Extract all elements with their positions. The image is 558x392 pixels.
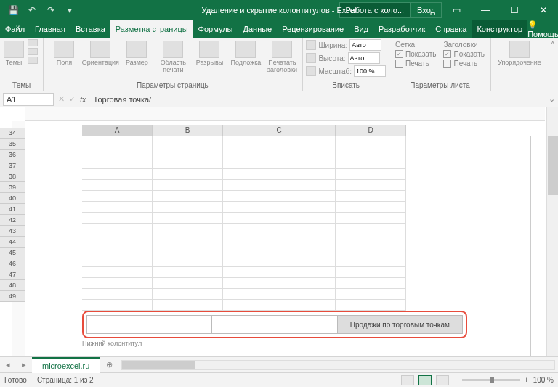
row-header[interactable]: 41 [0,204,25,215]
footer-left[interactable] [87,316,212,333]
cancel-icon[interactable]: ✕ [58,94,65,104]
column-header[interactable]: C [223,125,336,136]
row-header[interactable]: 42 [0,215,25,226]
row-header[interactable]: 37 [0,160,25,171]
orientation-button[interactable]: Ориентация [83,39,118,68]
row-header[interactable]: 40 [0,193,25,204]
zoom-in-icon[interactable]: + [525,376,529,384]
maximize-icon[interactable]: ☐ [500,0,529,20]
footer-right[interactable]: Продажи по торговым точкам [338,316,462,333]
tab-insert[interactable]: Вставка [70,20,110,38]
sheet-tab[interactable]: microexcel.ru [32,357,100,373]
fonts-icon[interactable] [28,48,38,55]
tab-data[interactable]: Данные [238,20,277,38]
row-header[interactable]: 46 [0,258,25,269]
undo-icon[interactable]: ↶ [25,3,39,17]
enter-icon[interactable]: ✓ [69,94,76,104]
tab-layout[interactable]: Разметка страницы [110,20,193,38]
column-header[interactable]: D [336,125,406,136]
row-headers: 34353637383940414243444546474849 [0,128,25,302]
save-icon[interactable]: 💾 [6,3,20,17]
expand-formula-icon[interactable]: ⌄ [549,94,555,104]
tab-file[interactable]: Файл [0,20,30,38]
tab-design[interactable]: Конструктор [472,20,527,38]
view-pagebreak-icon[interactable] [436,375,449,385]
sheet-nav-next-icon[interactable]: ▸ [16,360,32,369]
status-page: Страница: 1 из 2 [37,376,94,384]
collapse-ribbon-icon[interactable]: ˄ [548,38,558,91]
close-icon[interactable]: ✕ [529,0,558,20]
redo-icon[interactable]: ↷ [44,3,58,17]
scale-icon [306,66,316,76]
column-headers: ABCD [82,125,406,136]
row-header[interactable]: 48 [0,280,25,291]
zoom-out-icon[interactable]: − [453,376,458,384]
themes-button[interactable]: Темы [3,39,25,68]
row-header[interactable]: 43 [0,226,25,237]
grid-print-check[interactable]: Печать [395,60,437,68]
formula-input[interactable]: Торговая точка/ [91,95,544,104]
row-header[interactable]: 47 [0,269,25,280]
breaks-button[interactable]: Разрывы [192,39,227,68]
footer-area: Продажи по торговым точкам Нижний колонт… [82,311,467,347]
column-header[interactable]: A [82,125,153,136]
grid-show-check[interactable]: ✓Показать [395,50,437,58]
add-sheet-icon[interactable]: ⊕ [100,360,118,369]
row-header[interactable]: 39 [0,182,25,193]
hdr-show-check[interactable]: ✓Показать [443,50,485,58]
group-fit-title: Вписать [306,80,386,91]
login-button[interactable]: Вход [411,2,442,18]
zoom-value[interactable]: 100 % [533,376,554,384]
group-sheet-title: Параметры листа [392,80,488,91]
row-header[interactable]: 34 [0,128,25,139]
qat-more-icon[interactable]: ▾ [62,3,77,17]
footer-center[interactable] [212,316,337,333]
row-header[interactable]: 36 [0,150,25,160]
worksheet-area: 34353637383940414243444546474849 ABCD Пр… [0,107,558,356]
scale-input[interactable] [354,65,386,77]
height-icon [306,53,316,63]
width-icon [306,40,316,50]
print-area-button[interactable]: Область печати [155,39,190,75]
view-normal-icon[interactable] [401,375,414,385]
ruler-horizontal [25,107,545,121]
margins-button[interactable]: Поля [46,39,81,68]
row-header[interactable]: 35 [0,139,25,150]
zoom-slider[interactable] [462,379,520,381]
status-bar: Готово Страница: 1 из 2 − + 100 % [0,372,558,387]
name-box[interactable]: A1 [3,93,54,106]
fx-icon[interactable]: fx [80,95,86,104]
width-input[interactable] [349,39,381,51]
ribbon-options-icon[interactable]: ▭ [442,0,471,20]
hdr-print-check[interactable]: Печать [443,60,485,68]
height-input[interactable] [348,52,380,64]
sheet-nav-prev-icon[interactable]: ◂ [0,360,16,369]
scrollbar-horizontal[interactable] [121,360,555,370]
tab-view[interactable]: Вид [349,20,373,38]
headings-label: Заголовки [443,41,485,49]
ribbon-tabs: Файл Главная Вставка Разметка страницы Ф… [0,20,558,38]
effects-icon[interactable] [28,57,38,64]
footer-label: Нижний колонтитул [82,340,467,347]
background-button[interactable]: Подложка [228,39,263,68]
tab-developer[interactable]: Разработчик [373,20,430,38]
colors-icon[interactable] [28,39,38,46]
tab-formulas[interactable]: Формулы [193,20,238,38]
row-header[interactable]: 38 [0,171,25,182]
row-header[interactable]: 44 [0,237,25,248]
tab-review[interactable]: Рецензирование [277,20,349,38]
column-header[interactable]: B [153,125,223,136]
view-layout-icon[interactable] [418,375,432,385]
row-header[interactable]: 49 [0,291,25,302]
tab-help[interactable]: Справка [430,20,472,38]
print-titles-button[interactable]: Печатать заголовки [264,39,299,75]
tab-home[interactable]: Главная [30,20,70,38]
scrollbar-vertical[interactable] [546,107,558,356]
size-button[interactable]: Размер [119,39,154,68]
arrange-button[interactable]: Упорядочение [494,39,545,68]
minimize-icon[interactable]: — [471,0,500,20]
ribbon: Темы Темы Поля Ориентация Размер Область… [0,38,558,91]
row-header[interactable]: 45 [0,248,25,258]
formula-bar: A1 ✕ ✓ fx Торговая точка/ ⌄ [0,91,558,107]
tell-me[interactable]: 💡 Помощь [527,20,558,38]
